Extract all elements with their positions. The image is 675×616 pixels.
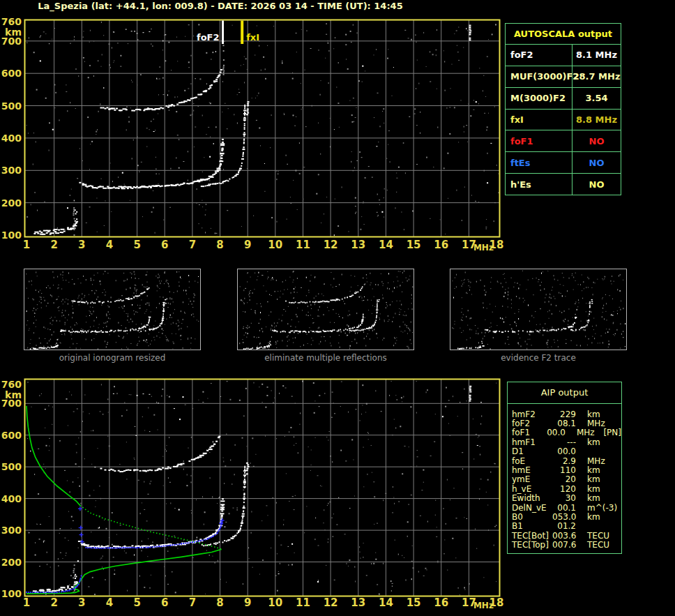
autoscala-row-label: foF1 bbox=[506, 130, 572, 151]
svg-text:8: 8 bbox=[216, 239, 223, 251]
aip-label: TEC[Top] bbox=[512, 540, 552, 550]
svg-text:500: 500 bbox=[1, 100, 22, 112]
svg-text:12: 12 bbox=[324, 239, 338, 251]
aip-row-fof1: foF100.0MHz[PN] bbox=[512, 428, 621, 437]
svg-text:3: 3 bbox=[78, 596, 85, 609]
page-title: La_Spezia (lat: +44.1, lon: 009.8) - DAT… bbox=[0, 1, 441, 11]
svg-text:13: 13 bbox=[351, 239, 365, 251]
svg-text:km: km bbox=[5, 27, 22, 38]
svg-text:MHz: MHz bbox=[473, 243, 494, 253]
thumbnail-2 bbox=[450, 269, 627, 350]
thumbnail-caption-eliminate: eliminate multiple reflections bbox=[237, 353, 414, 363]
aip-row-b1: B101.2 bbox=[512, 522, 621, 531]
svg-text:16: 16 bbox=[434, 596, 448, 609]
svg-text:600: 600 bbox=[1, 68, 22, 79]
svg-text:1: 1 bbox=[23, 596, 30, 609]
autoscala-row-label: foF2 bbox=[506, 45, 572, 66]
aip-value: 00.1 bbox=[552, 503, 576, 513]
svg-text:400: 400 bbox=[1, 493, 22, 504]
svg-text:6: 6 bbox=[161, 239, 168, 251]
electron-density-profile-topside bbox=[26, 406, 80, 506]
svg-text:MHz: MHz bbox=[473, 601, 494, 610]
svg-text:8: 8 bbox=[216, 596, 223, 609]
svg-text:300: 300 bbox=[1, 165, 22, 176]
bottom-ionogram-plot: 760700600500400300200100km12345678910111… bbox=[1, 379, 504, 610]
aip-row-delnve: DelN_vE00.1m^(-3) bbox=[512, 503, 621, 512]
svg-text:7: 7 bbox=[189, 239, 196, 251]
aip-output-table: AIP output hmF2229kmfoF208.1MHzfoF100.0M… bbox=[507, 382, 622, 554]
aip-value: 01.2 bbox=[552, 521, 576, 531]
svg-text:100: 100 bbox=[1, 230, 22, 241]
svg-text:5: 5 bbox=[133, 239, 140, 251]
aip-unit: km bbox=[587, 465, 619, 475]
autoscala-row-muf3000f2: MUF(3000)F228.7 MHz bbox=[506, 66, 621, 87]
svg-text:14: 14 bbox=[379, 239, 393, 251]
svg-text:500: 500 bbox=[1, 461, 22, 472]
svg-text:1: 1 bbox=[23, 239, 30, 251]
autoscala-screen: { "title": "La_Spezia (lat: +44.1, lon: … bbox=[0, 0, 675, 616]
svg-text:760: 760 bbox=[1, 16, 22, 27]
thumbnail-0 bbox=[24, 269, 201, 350]
svg-text:foF2: foF2 bbox=[197, 32, 220, 43]
svg-text:100: 100 bbox=[1, 588, 22, 599]
aip-label: ymE bbox=[512, 474, 552, 484]
svg-text:5: 5 bbox=[133, 596, 140, 609]
aip-value: 30 bbox=[552, 493, 576, 503]
aip-value: 2.9 bbox=[552, 456, 576, 466]
aip-label: DelN_vE bbox=[512, 503, 552, 513]
aip-unit: MHz bbox=[577, 428, 603, 437]
svg-text:13: 13 bbox=[351, 596, 365, 609]
aip-value: 003.6 bbox=[552, 531, 576, 541]
autoscala-row-label: ftEs bbox=[506, 152, 572, 173]
aip-label: h_vE bbox=[512, 484, 552, 494]
svg-text:16: 16 bbox=[434, 239, 448, 251]
svg-text:12: 12 bbox=[324, 596, 338, 609]
aip-value: 08.1 bbox=[552, 419, 576, 428]
aip-value: 110 bbox=[552, 465, 576, 475]
aip-unit: km bbox=[587, 512, 619, 522]
aip-value: 229 bbox=[552, 410, 576, 419]
autoscala-row-ftes: ftEsNO bbox=[506, 151, 621, 173]
aip-table-header: AIP output bbox=[508, 382, 621, 404]
svg-text:14: 14 bbox=[379, 596, 393, 609]
aip-unit: km bbox=[587, 493, 619, 503]
aip-unit: TECU bbox=[587, 531, 619, 541]
svg-text:6: 6 bbox=[161, 596, 168, 609]
autoscala-row-value: 28.7 MHz bbox=[572, 66, 621, 87]
svg-text:11: 11 bbox=[296, 596, 310, 609]
marker-fof2: foF2 bbox=[197, 32, 220, 43]
svg-text:15: 15 bbox=[407, 596, 421, 609]
autoscala-row-value: 8.1 MHz bbox=[572, 45, 621, 66]
svg-text:3: 3 bbox=[78, 239, 85, 251]
aip-unit: MHz bbox=[587, 456, 619, 466]
autoscala-row-value: NO bbox=[572, 130, 621, 151]
svg-text:km: km bbox=[5, 389, 22, 400]
aip-row-foe: foE2.9MHz bbox=[512, 456, 621, 465]
autoscala-row-label: MUF(3000)F2 bbox=[506, 66, 572, 87]
aip-label: foE bbox=[512, 456, 552, 466]
thumbnail-caption-original: original ionogram resized bbox=[24, 353, 201, 363]
aip-value: 053.0 bbox=[552, 512, 576, 522]
aip-label: D1 bbox=[512, 446, 552, 456]
autoscala-row-value: 8.8 MHz bbox=[572, 110, 621, 130]
aip-row-hmf1: hmF1---km bbox=[512, 437, 621, 446]
svg-text:4: 4 bbox=[106, 596, 113, 609]
aip-row-b0: B0053.0km bbox=[512, 512, 621, 521]
svg-text:11: 11 bbox=[296, 239, 310, 251]
svg-text:4: 4 bbox=[106, 239, 113, 251]
aip-label: B0 bbox=[512, 512, 552, 522]
svg-text:10: 10 bbox=[268, 239, 282, 251]
aip-row-tectop: TEC[Top]007.6TECU bbox=[512, 540, 621, 549]
aip-value: 00.0 bbox=[552, 446, 576, 456]
aip-unit: km bbox=[587, 474, 619, 484]
autoscala-row-fof1: foF1NO bbox=[506, 130, 621, 151]
svg-text:10: 10 bbox=[268, 596, 282, 609]
svg-text:9: 9 bbox=[244, 239, 251, 251]
autoscala-row-m3000f2: M(3000)F23.54 bbox=[506, 87, 621, 109]
electron-density-profile-dotted bbox=[80, 506, 222, 550]
aip-row-tecbot: TEC[Bot]003.6TECU bbox=[512, 531, 621, 540]
aip-unit: TECU bbox=[587, 540, 619, 550]
svg-text:9: 9 bbox=[244, 596, 251, 609]
aip-row-hmf2: hmF2229km bbox=[512, 410, 621, 419]
svg-text:600: 600 bbox=[1, 430, 22, 441]
